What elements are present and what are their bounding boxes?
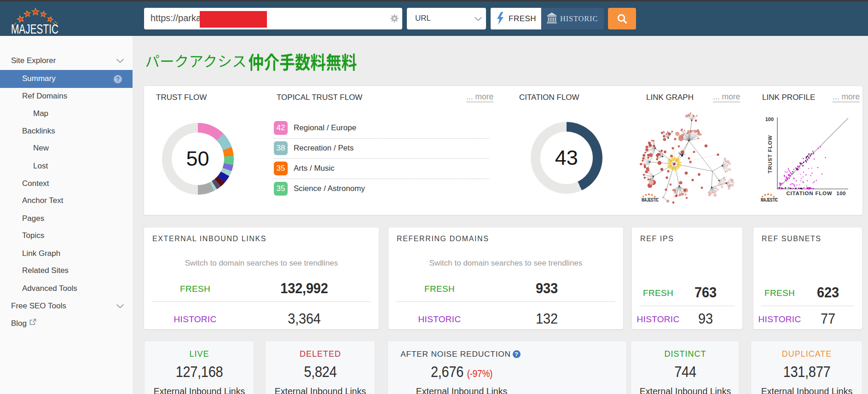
svg-text:TRUST FLOW: TRUST FLOW: [767, 135, 773, 173]
svg-text:MAJESTIC: MAJESTIC: [11, 22, 58, 36]
svg-text:MAJESTIC: MAJESTIC: [761, 197, 778, 203]
svg-text:100: 100: [765, 116, 774, 122]
svg-text:100: 100: [836, 191, 846, 196]
svg-text:MAJESTIC: MAJESTIC: [642, 197, 659, 203]
svg-text:CITATION FLOW: CITATION FLOW: [786, 191, 832, 196]
